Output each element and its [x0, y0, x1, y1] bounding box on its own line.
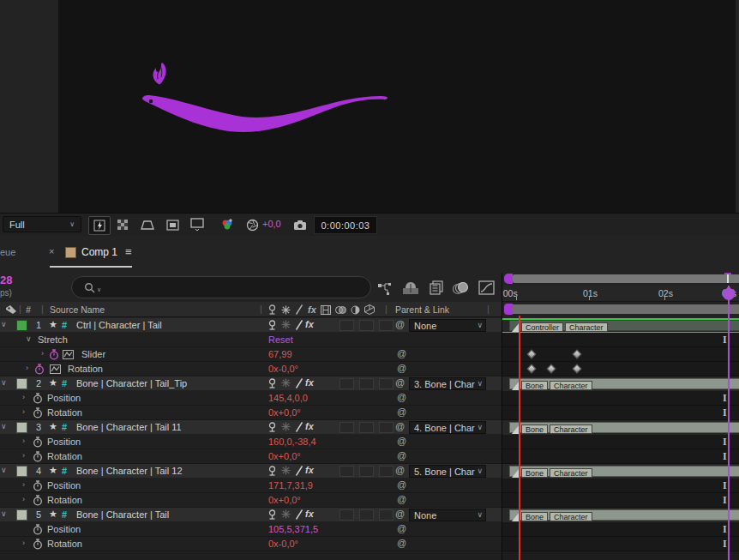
- parent-pickwhip-icon[interactable]: @: [395, 465, 405, 475]
- property-track-row[interactable]: I: [502, 391, 739, 406]
- layer-marker-tag[interactable]: Bone: [521, 381, 548, 390]
- layer-row[interactable]: ∨5★#Bone | Character | Tailfx@None∨: [0, 508, 502, 522]
- layer-expand-chevron[interactable]: ∨: [1, 378, 7, 387]
- layer-row[interactable]: ∨3★#Bone | Character | Tail 11fx@4. Bone…: [0, 420, 502, 435]
- group-expand-chevron[interactable]: ∨: [26, 334, 32, 343]
- pickwhip-icon[interactable]: @: [397, 450, 406, 461]
- collapse-switch-icon[interactable]: [281, 466, 291, 475]
- switch-cell[interactable]: [339, 466, 354, 477]
- property-expand-chevron[interactable]: ›: [26, 364, 28, 372]
- layer-duration-row[interactable]: BoneCharacter: [502, 464, 739, 479]
- switch-cell[interactable]: [359, 509, 374, 521]
- layer-name[interactable]: Ctrl | Character | Tail: [76, 320, 162, 330]
- property-row[interactable]: Position105,5,371,5@: [0, 522, 502, 537]
- layer-marker-tag[interactable]: Character: [565, 322, 608, 332]
- column-source-name[interactable]: Source Name: [50, 304, 105, 315]
- draft-3d-icon[interactable]: [400, 280, 422, 297]
- stopwatch-icon[interactable]: [33, 495, 43, 506]
- layer-marker-tag[interactable]: Character: [550, 381, 592, 390]
- fx-icon[interactable]: fx: [308, 304, 316, 315]
- layer-duration-row[interactable]: ControllerCharacter: [502, 318, 739, 333]
- property-name[interactable]: Position: [47, 524, 81, 534]
- frame-blend-icon[interactable]: [425, 279, 448, 296]
- layer-row[interactable]: ∨4★#Bone | Character | Tail 12fx@5. Bone…: [0, 464, 502, 479]
- property-name[interactable]: Rotation: [47, 407, 82, 418]
- pickwhip-icon[interactable]: @: [397, 494, 406, 504]
- switch-cell[interactable]: [339, 320, 354, 331]
- layer-label-chip[interactable]: [16, 509, 27, 521]
- switch-cell[interactable]: [359, 378, 374, 389]
- property-track-row[interactable]: I: [502, 493, 739, 508]
- layer-name[interactable]: Bone | Character | Tail 11: [76, 422, 182, 432]
- keyframe-diamond[interactable]: [572, 349, 581, 358]
- stopwatch-icon[interactable]: [49, 349, 59, 360]
- fast-preview-icon[interactable]: [88, 216, 111, 235]
- work-area-start-handle[interactable]: [504, 304, 513, 315]
- switch-cell[interactable]: [359, 422, 374, 433]
- layer-duration-bar[interactable]: BoneCharacter: [509, 509, 739, 521]
- stopwatch-icon[interactable]: [34, 364, 45, 375]
- navigator-start-handle[interactable]: [504, 274, 513, 284]
- layer-marker-tag[interactable]: Character: [550, 468, 592, 478]
- stopwatch-icon[interactable]: [33, 524, 43, 535]
- pickwhip-icon[interactable]: @: [397, 406, 406, 417]
- property-name[interactable]: Position: [47, 480, 81, 491]
- parent-dropdown[interactable]: 5. Bone | Char∨: [409, 465, 486, 478]
- layer-duration-bar[interactable]: ControllerCharacter: [509, 320, 739, 331]
- time-ruler[interactable]: 0:00s01s02s03s: [502, 286, 739, 302]
- property-value[interactable]: 145,4,0,0: [268, 393, 308, 403]
- exposure-offset-value[interactable]: +0,0: [262, 219, 281, 229]
- collapse-icon[interactable]: [281, 305, 291, 315]
- anchor-switch-icon[interactable]: [267, 422, 277, 433]
- stopwatch-icon[interactable]: [33, 451, 43, 462]
- layer-duration-row[interactable]: BoneCharacter: [502, 376, 739, 391]
- shy-icon[interactable]: [267, 304, 277, 316]
- expression-graph-icon[interactable]: [50, 364, 61, 374]
- quality-switch-icon[interactable]: [295, 466, 303, 476]
- switch-cell[interactable]: [359, 466, 374, 477]
- layer-marker-tag[interactable]: Character: [550, 425, 592, 434]
- fx-switch-icon[interactable]: fx: [305, 465, 314, 475]
- layer-duration-row[interactable]: BoneCharacter: [502, 420, 739, 435]
- work-area-bar[interactable]: [513, 304, 739, 314]
- property-name[interactable]: Slider: [81, 349, 105, 359]
- parent-dropdown[interactable]: None∨: [409, 509, 486, 521]
- property-row[interactable]: ›Rotation0x+0,0°@: [0, 493, 502, 508]
- parent-pickwhip-icon[interactable]: @: [395, 421, 405, 431]
- quality-switch-icon[interactable]: [295, 422, 303, 432]
- anchor-switch-icon[interactable]: [267, 509, 277, 521]
- layer-label-chip[interactable]: [16, 320, 27, 331]
- timecode-display[interactable]: 0:00:00:03: [314, 216, 377, 234]
- property-expand-chevron[interactable]: ›: [22, 407, 25, 416]
- exposure-icon[interactable]: [243, 216, 261, 233]
- layer-duration-bar[interactable]: BoneCharacter: [509, 422, 739, 433]
- graph-editor-icon[interactable]: [475, 279, 497, 296]
- property-row[interactable]: ∨StretchReset: [0, 333, 502, 347]
- pickwhip-icon[interactable]: @: [397, 479, 406, 490]
- fx-switch-icon[interactable]: fx: [305, 509, 314, 519]
- layer-name[interactable]: Bone | Character | Tail 12: [76, 466, 183, 476]
- layer-marker-tag[interactable]: Bone: [521, 468, 548, 478]
- property-expand-chevron[interactable]: ›: [22, 437, 25, 445]
- mini-flowchart-icon[interactable]: [374, 280, 394, 297]
- previous-panel-tab-truncated[interactable]: eue: [0, 247, 15, 257]
- layer-duration-bar[interactable]: BoneCharacter: [509, 466, 739, 477]
- property-row[interactable]: ›Position171,7,31,9@: [0, 479, 502, 493]
- property-value[interactable]: 0x-0,0°: [268, 539, 298, 549]
- motion-blur-col-icon[interactable]: [335, 305, 346, 315]
- transparency-grid-icon[interactable]: [112, 216, 133, 233]
- marker-line[interactable]: [728, 286, 730, 560]
- column-number[interactable]: #: [26, 304, 31, 315]
- switch-cell[interactable]: [379, 320, 394, 331]
- region-of-interest-icon[interactable]: [162, 216, 183, 233]
- stopwatch-icon[interactable]: [33, 407, 43, 418]
- property-expand-chevron[interactable]: ›: [22, 539, 25, 547]
- layer-label-chip[interactable]: [16, 466, 27, 477]
- expression-graph-icon[interactable]: [63, 350, 74, 359]
- property-expand-chevron[interactable]: ›: [22, 480, 25, 489]
- property-track-row[interactable]: [502, 347, 739, 362]
- pickwhip-icon[interactable]: @: [397, 523, 406, 533]
- switch-cell[interactable]: [339, 378, 354, 389]
- layer-marker-tag[interactable]: Bone: [521, 425, 548, 434]
- switch-cell[interactable]: [339, 509, 354, 521]
